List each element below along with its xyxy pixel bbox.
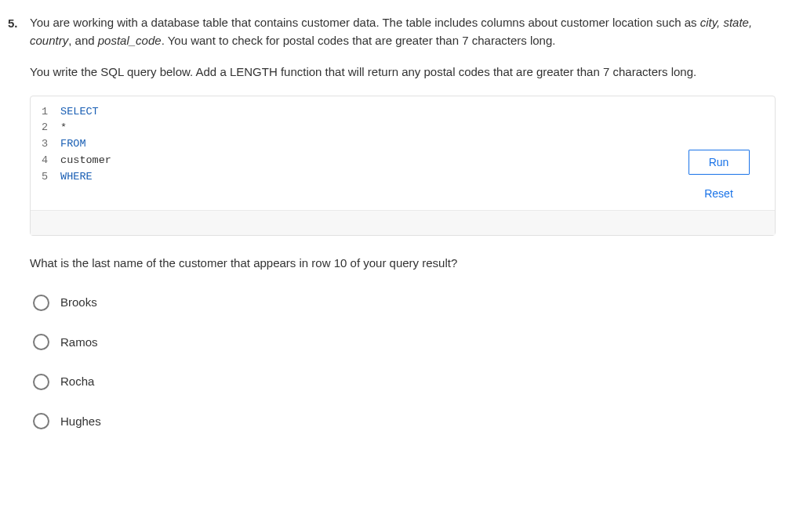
prompt-italic-postal: postal_code	[98, 34, 162, 47]
sql-token: customer	[60, 154, 111, 166]
option-label: Rocha	[60, 373, 94, 391]
reset-link[interactable]: Reset	[704, 186, 733, 202]
radio-icon	[33, 334, 49, 350]
run-button[interactable]: Run	[689, 150, 750, 175]
sql-keyword: WHERE	[60, 171, 93, 183]
line-number: 4	[42, 153, 48, 169]
answer-options: Brooks Ramos Rocha Hughes	[30, 294, 776, 430]
radio-icon	[33, 295, 49, 311]
code-actions: Run Reset	[674, 104, 764, 202]
line-number: 2	[42, 120, 48, 136]
code-output-placeholder	[31, 210, 775, 235]
followup-question: What is the last name of the customer th…	[30, 255, 776, 273]
radio-icon	[33, 374, 49, 390]
line-gutter: 1 2 3 4 5	[42, 104, 60, 202]
line-number: 3	[42, 136, 48, 153]
line-number: 1	[42, 104, 48, 121]
option-brooks[interactable]: Brooks	[33, 294, 776, 312]
prompt-paragraph-2: You write the SQL query below. Add a LEN…	[30, 63, 776, 81]
prompt-paragraph-1: You are working with a database table th…	[30, 14, 776, 49]
prompt-text: . You want to check for postal codes tha…	[162, 34, 556, 47]
option-ramos[interactable]: Ramos	[33, 334, 776, 352]
question-container: 5. You are working with a database table…	[8, 14, 776, 430]
question-body: You are working with a database table th…	[30, 14, 776, 430]
code-text: SELECT * FROM customer WHERE	[60, 104, 111, 202]
radio-icon	[33, 413, 49, 429]
sql-token: *	[60, 121, 67, 133]
sql-keyword: SELECT	[60, 106, 99, 118]
option-label: Ramos	[60, 334, 98, 352]
code-editor[interactable]: 1 2 3 4 5 SELECT * FROM customer WHERE	[42, 104, 674, 202]
option-label: Brooks	[60, 294, 97, 312]
sql-keyword: FROM	[60, 138, 85, 150]
code-editor-card: 1 2 3 4 5 SELECT * FROM customer WHERE	[30, 96, 776, 236]
question-number: 5.	[8, 14, 30, 33]
option-rocha[interactable]: Rocha	[33, 373, 776, 391]
question-text: You are working with a database table th…	[30, 14, 776, 81]
option-hughes[interactable]: Hughes	[33, 413, 776, 431]
option-label: Hughes	[60, 413, 101, 431]
prompt-text: You are working with a database table th…	[30, 16, 700, 29]
code-editor-top: 1 2 3 4 5 SELECT * FROM customer WHERE	[31, 96, 775, 210]
line-number: 5	[42, 169, 48, 186]
prompt-text: , and	[68, 34, 98, 47]
